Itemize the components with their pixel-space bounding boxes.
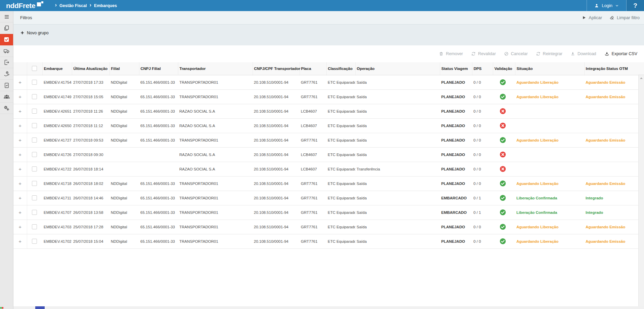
cell-operacao: Saída — [355, 205, 440, 220]
table-row[interactable]: +EMBDEV.4172226/07/2018 18:14RAZAO SOCIA… — [13, 162, 638, 176]
download-button[interactable]: Download — [570, 51, 596, 56]
column-header-dps[interactable]: DPS — [472, 62, 493, 75]
help-button[interactable]: ? — [627, 0, 644, 11]
table-row[interactable]: +EMBDEV.4265027/07/2018 11:12NDDigital65… — [13, 118, 638, 133]
status-dots — [0, 307, 3, 309]
expand-row-button[interactable]: + — [18, 181, 21, 186]
table-row[interactable]: +EMBDEV.4170325/07/2018 17:28NDDigital65… — [13, 220, 638, 234]
header-expand-column — [13, 62, 27, 75]
table-row[interactable]: +EMBDEV.4170225/07/2018 15:04NDDigital65… — [13, 234, 638, 248]
row-checkbox[interactable] — [32, 138, 37, 143]
row-checkbox[interactable] — [32, 181, 37, 186]
cell-expand: + — [13, 234, 27, 248]
header-select-all[interactable] — [27, 62, 42, 75]
check-circle-icon — [500, 224, 512, 230]
apply-filter-button[interactable]: Aplicar — [582, 15, 602, 20]
cell-operacao: Saída — [355, 191, 440, 205]
horizontal-scrollbar[interactable] — [13, 306, 644, 309]
clear-filter-button[interactable]: Limpar filtro — [609, 15, 640, 20]
select-all-checkbox[interactable] — [32, 66, 37, 71]
row-checkbox[interactable] — [32, 239, 37, 244]
sidebar-item-financeiro[interactable] — [0, 68, 13, 80]
cancelar-button[interactable]: Cancelar — [504, 51, 528, 56]
column-header-placa[interactable]: Placa — [300, 62, 326, 75]
scroll-up-arrow-icon[interactable] — [640, 77, 643, 79]
breadcrumb-item[interactable]: Gestão Fiscal — [59, 3, 87, 8]
truck-icon — [3, 48, 10, 54]
sidebar-item-configuracoes[interactable] — [0, 103, 13, 114]
column-header-updated[interactable]: Última Atualização — [72, 62, 109, 75]
column-header-operacao[interactable]: Operação — [355, 62, 440, 75]
row-checkbox[interactable] — [32, 123, 37, 128]
row-checkbox[interactable] — [32, 224, 37, 229]
plus-icon — [20, 31, 25, 35]
row-checkbox[interactable] — [32, 152, 37, 157]
sidebar-item-exportacao[interactable] — [0, 57, 13, 68]
row-checkbox[interactable] — [32, 195, 37, 200]
row-checkbox[interactable] — [32, 94, 37, 99]
column-header-filial[interactable]: Filial — [109, 62, 139, 75]
expand-row-button[interactable]: + — [18, 137, 21, 143]
column-header-classificacao[interactable]: Classificação — [326, 62, 355, 75]
topbar: nddFrete ›Gestão Fiscal›Embarques Login … — [0, 0, 644, 11]
column-header-cnpj_filial[interactable]: CNPJ Filial — [139, 62, 178, 75]
sidebar-item-documents[interactable] — [0, 23, 13, 34]
login-button[interactable]: Login — [587, 0, 626, 11]
table-row[interactable]: +EMBDEV.4175427/07/2018 17:33NDDigital65… — [13, 75, 638, 89]
remover-button[interactable]: Remover — [439, 51, 463, 56]
cell-validacao — [493, 133, 515, 147]
column-header-status_viagem[interactable]: Status Viagem — [440, 62, 472, 75]
trash-icon — [439, 51, 444, 56]
person-icon — [594, 3, 599, 8]
table-row[interactable]: +EMBDEV.4172727/07/2018 09:53NDDigital65… — [13, 133, 638, 147]
exportar-csv-button[interactable]: Exportar CSV — [604, 51, 637, 56]
expand-row-button[interactable]: + — [18, 209, 21, 215]
sidebar-item-usuarios[interactable] — [0, 91, 13, 103]
expand-row-button[interactable]: + — [18, 166, 21, 172]
expand-row-button[interactable]: + — [18, 79, 21, 85]
expand-row-button[interactable]: + — [18, 195, 21, 201]
cell-cnpj_transp: 20.108.510/0001-94 — [252, 104, 300, 118]
table-row[interactable]: +EMBDEV.4170726/07/2018 13:58NDDigital65… — [13, 205, 638, 220]
table-row[interactable]: +EMBDEV.4171826/07/2018 18:02NDDigital65… — [13, 176, 638, 191]
column-header-integracao[interactable]: Integração Status OTM — [584, 62, 638, 75]
revalidar-button[interactable]: Revalidar — [471, 51, 496, 56]
column-header-validacao[interactable]: Validação — [493, 62, 515, 75]
table-row[interactable]: +EMBDEV.4172627/07/2018 09:30RAZAO SOCIA… — [13, 147, 638, 162]
cell-validacao — [493, 205, 515, 220]
vertical-scrollbar[interactable] — [638, 75, 644, 306]
column-header-embarque[interactable]: Embarque — [42, 62, 72, 75]
row-checkbox[interactable] — [32, 166, 37, 171]
row-checkbox[interactable] — [32, 210, 37, 215]
new-group-button[interactable]: Novo grupo — [20, 31, 49, 35]
sidebar-item-relatorios[interactable] — [0, 80, 13, 91]
app-logo[interactable]: nddFrete — [6, 0, 44, 11]
horizontal-scrollbar-thumb[interactable] — [35, 306, 45, 309]
expand-row-button[interactable]: + — [18, 224, 21, 230]
cell-dps: 0 / 1 — [472, 191, 493, 205]
cell-updated: 27/07/2018 17:33 — [72, 75, 109, 89]
expand-row-button[interactable]: + — [18, 238, 21, 244]
sidebar-item-embarques[interactable] — [0, 34, 13, 45]
row-checkbox[interactable] — [32, 109, 37, 114]
expand-row-button[interactable]: + — [18, 94, 21, 100]
expand-row-button[interactable]: + — [18, 108, 21, 114]
login-label: Login — [602, 3, 612, 8]
expand-row-button[interactable]: + — [18, 123, 21, 128]
column-header-situacao[interactable]: Situação — [515, 62, 584, 75]
expand-row-button[interactable]: + — [18, 152, 21, 157]
table-row[interactable]: +EMBDEV.4171126/07/2018 14:46NDDigital65… — [13, 191, 638, 205]
column-header-transportador[interactable]: Transportador — [178, 62, 252, 75]
column-header-cnpj_transp[interactable]: CNPJ/CPF Transportador — [252, 62, 300, 75]
row-checkbox[interactable] — [32, 80, 37, 85]
table-row[interactable]: +EMBDEV.4265127/07/2018 11:26NDDigital65… — [13, 104, 638, 118]
cell-cnpj_filial: 65.151.466/0001-33 — [139, 191, 178, 205]
sidebar-item-menu[interactable] — [0, 11, 13, 23]
table-row[interactable]: +EMBDEV.4174927/07/2018 15:05NDDigital65… — [13, 89, 638, 104]
cell-filial: NDDigital — [109, 133, 139, 147]
reintegrar-button[interactable]: Reintegrar — [536, 51, 562, 56]
cell-classificacao: ETC Equiparado — [326, 205, 355, 220]
sidebar-item-transporte[interactable] — [0, 45, 13, 57]
cell-filial: NDDigital — [109, 234, 139, 248]
breadcrumb-item[interactable]: Embarques — [94, 3, 117, 8]
